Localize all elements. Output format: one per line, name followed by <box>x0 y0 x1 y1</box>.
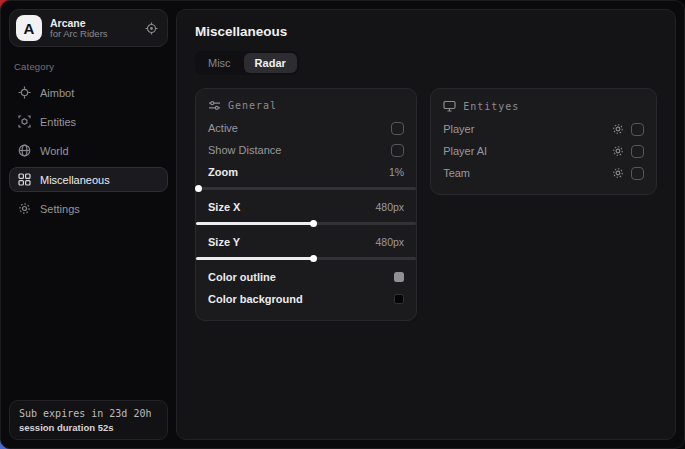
player-ai-row: Player AI <box>443 140 644 162</box>
app-window: A Arcane for Arc Riders Category <box>0 0 685 449</box>
player-checkbox[interactable] <box>631 123 644 136</box>
entities-card: Entityes Player Player AI <box>430 88 657 195</box>
entities-card-title: Entityes <box>463 101 519 112</box>
active-label: Active <box>208 122 238 134</box>
size-y-slider[interactable] <box>196 254 416 263</box>
zoom-slider[interactable] <box>196 184 416 193</box>
size-y-row: Size Y 480px <box>208 231 404 253</box>
sidebar-item-label: Miscellaneous <box>40 174 110 186</box>
zoom-slider-thumb[interactable] <box>195 185 202 192</box>
active-checkbox[interactable] <box>391 122 404 135</box>
sidebar-item-world[interactable]: World <box>9 138 168 163</box>
sidebar-nav: Aimbot Entities Wo <box>9 80 168 221</box>
app-subtitle: for Arc Riders <box>50 29 137 40</box>
general-card-title: General <box>228 100 277 111</box>
player-row: Player <box>443 118 644 140</box>
player-ai-gear-icon[interactable] <box>612 145 624 157</box>
sidebar-item-settings[interactable]: Settings <box>9 196 168 221</box>
sidebar-item-label: Settings <box>40 203 80 215</box>
size-x-value: 480px <box>376 201 405 213</box>
color-outline-label: Color outline <box>208 271 276 283</box>
player-gear-icon[interactable] <box>612 123 624 135</box>
main-panel: Miscellaneous Misc Radar General <box>176 9 676 440</box>
size-x-label: Size X <box>208 201 240 213</box>
team-row: Team <box>443 162 644 184</box>
logo-card: A Arcane for Arc Riders <box>9 9 168 47</box>
grid-icon <box>18 173 31 186</box>
zoom-label: Zoom <box>208 166 238 178</box>
player-ai-checkbox[interactable] <box>631 145 644 158</box>
color-outline-row: Color outline <box>208 266 404 288</box>
active-row: Active <box>208 117 404 139</box>
gear-icon <box>18 202 31 215</box>
color-background-label: Color background <box>208 293 303 305</box>
sidebar-item-aimbot[interactable]: Aimbot <box>9 80 168 105</box>
crosshair-icon <box>18 86 31 99</box>
player-label: Player <box>443 123 474 135</box>
zoom-value: 1% <box>389 166 404 178</box>
general-card: General Active Show Distance Zoom 1% <box>195 88 417 321</box>
sidebar-item-label: Entities <box>40 116 76 128</box>
sidebar-item-label: World <box>40 145 69 157</box>
size-x-row: Size X 480px <box>208 196 404 218</box>
sliders-icon <box>208 100 221 111</box>
size-x-slider[interactable] <box>196 219 416 228</box>
tab-radar[interactable]: Radar <box>244 53 297 73</box>
show-distance-row: Show Distance <box>208 139 404 161</box>
show-distance-label: Show Distance <box>208 144 281 156</box>
app-logo-letter: A <box>24 20 35 37</box>
app-title: Arcane <box>50 17 137 29</box>
size-y-slider-thumb[interactable] <box>310 255 317 262</box>
size-x-slider-thumb[interactable] <box>310 220 317 227</box>
sub-expiry-text: Sub expires in 23d 20h <box>19 408 158 419</box>
app-logo: A <box>16 15 42 41</box>
session-duration-text: session duration 52s <box>19 422 158 433</box>
size-y-label: Size Y <box>208 236 240 248</box>
page-title: Miscellaneous <box>195 24 657 39</box>
size-y-value: 480px <box>376 236 405 248</box>
team-checkbox[interactable] <box>631 167 644 180</box>
sidebar: A Arcane for Arc Riders Category <box>1 1 176 448</box>
monitor-icon <box>443 100 456 112</box>
globe-icon <box>18 144 31 157</box>
desktop: A Arcane for Arc Riders Category <box>0 0 685 449</box>
sidebar-item-entities[interactable]: Entities <box>9 109 168 134</box>
sidebar-item-label: Aimbot <box>40 87 74 99</box>
target-icon[interactable] <box>145 22 158 35</box>
tab-bar: Misc Radar <box>195 51 299 75</box>
team-gear-icon[interactable] <box>612 167 624 179</box>
color-outline-swatch[interactable] <box>394 272 404 282</box>
subscription-card: Sub expires in 23d 20h session duration … <box>9 400 168 440</box>
player-ai-label: Player AI <box>443 145 487 157</box>
sidebar-item-miscellaneous[interactable]: Miscellaneous <box>9 167 168 192</box>
category-label: Category <box>14 61 168 72</box>
color-background-row: Color background <box>208 288 404 310</box>
team-label: Team <box>443 167 470 179</box>
color-background-swatch[interactable] <box>394 294 404 304</box>
zoom-row: Zoom 1% <box>208 161 404 183</box>
tab-misc[interactable]: Misc <box>197 53 242 73</box>
entities-icon <box>18 115 31 128</box>
show-distance-checkbox[interactable] <box>391 144 404 157</box>
